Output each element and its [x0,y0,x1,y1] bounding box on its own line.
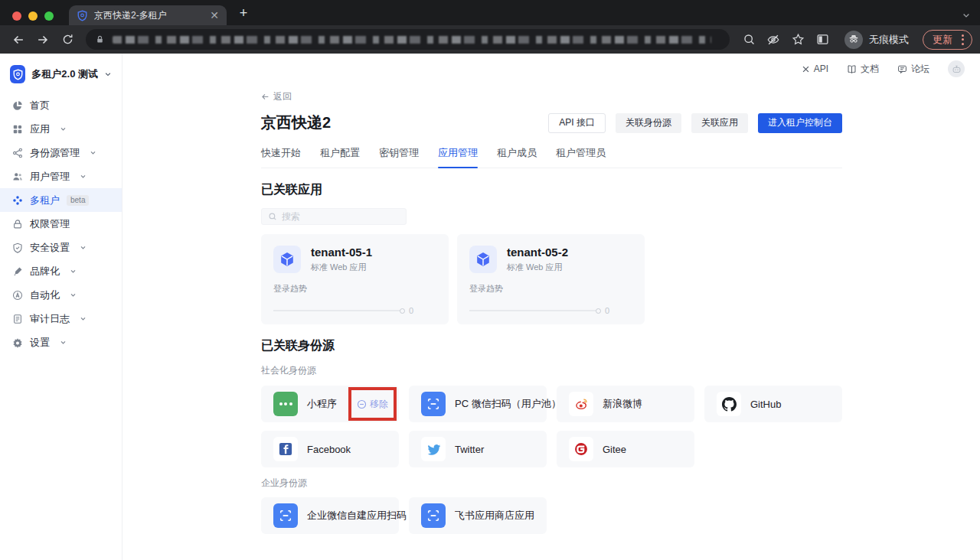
window-zoom-button[interactable] [44,11,54,21]
topbar-link-docs[interactable]: 文档 [847,63,879,76]
tab-租户配置[interactable]: 租户配置 [320,146,360,168]
sparkline-line [469,310,596,311]
idp-card[interactable]: Gitee [557,431,694,467]
idp-card[interactable]: 企业微信自建应用扫码 [261,497,399,534]
tab-密钥管理[interactable]: 密钥管理 [379,146,419,168]
sidebar-item-permissions[interactable]: 权限管理 [0,212,122,236]
social-idp-grid: 小程序移除PC 微信扫码（用户池）新浪微博GitHubFacebookTwitt… [261,386,842,467]
idp-card[interactable]: Facebook [261,431,399,467]
back-link[interactable]: 返回 [261,90,292,103]
browser-tab[interactable]: 京西快递2-多租户 ✕ [69,5,227,25]
idp-name: 企业微信自建应用扫码 [307,509,407,523]
workspace-name: 多租户2.0 测试 [31,67,98,81]
app-card[interactable]: tenant-05-1标准 Web 应用登录趋势0 [261,234,449,324]
forum-icon [897,64,907,74]
idp-name: Facebook [307,444,351,455]
facebook-icon [273,437,298,461]
browser-tabstrip: 京西快递2-多租户 ✕ + [0,0,980,25]
user-avatar[interactable] [948,60,965,77]
idp-card[interactable]: 新浪微博 [557,386,694,422]
log-icon [11,314,23,324]
sidebar-item-label: 身份源管理 [30,146,80,160]
sidebar-item-security[interactable]: 安全设置 [0,236,122,259]
chevron-down-icon [57,339,69,346]
tab-快速开始[interactable]: 快速开始 [261,146,301,168]
idp-name: Gitee [603,444,626,455]
shield-favicon-icon [77,10,88,21]
scan-icon [421,503,446,528]
chevron-down-icon [104,70,112,78]
sidebar-item-tenants[interactable]: 多租户beta [0,188,122,212]
sidebar-item-branding[interactable]: 品牌化 [0,259,122,283]
idp-name: 飞书应用商店应用 [455,509,534,523]
topbar-link-forum[interactable]: 论坛 [897,63,929,76]
enter-console-button[interactable]: 进入租户控制台 [758,113,842,133]
chrome-update-button[interactable]: 更新 [923,30,972,50]
brush-icon [11,266,23,277]
sidebar-item-audit[interactable]: 审计日志 [0,307,122,330]
tab-search-chevron-icon[interactable] [962,11,971,20]
app-type: 标准 Web 应用 [507,262,568,273]
window-controls [12,11,54,21]
idp-section-title: 已关联身份源 [261,338,842,354]
sidebar-item-home[interactable]: 首页 [0,93,122,117]
remove-idp-button[interactable]: 移除 [357,398,388,411]
sidebar-item-apps[interactable]: 应用 [0,117,122,141]
sidebar-item-idp[interactable]: 身份源管理 [0,141,122,164]
tab-close-icon[interactable]: ✕ [210,10,219,21]
app-type: 标准 Web 应用 [311,262,372,273]
topbar-link-api[interactable]: API [802,63,828,76]
remove-label: 移除 [370,398,388,411]
sidebar-item-label: 应用 [30,122,50,136]
idp-card[interactable]: Twitter [409,431,547,467]
app-search-input[interactable] [282,211,400,222]
login-trend-sparkline: 0 [469,306,632,315]
app-card[interactable]: tenant-05-2标准 Web 应用登录趋势0 [457,234,645,324]
page-actions: API 接口关联身份源关联应用进入租户控制台 [548,113,842,133]
link-idp-button[interactable]: 关联身份源 [616,113,681,133]
idp-card[interactable]: GitHub [704,386,842,422]
chevron-down-icon [67,291,79,298]
tab-租户管理员[interactable]: 租户管理员 [556,146,606,168]
incognito-icon [844,31,863,49]
api-endpoint-button[interactable]: API 接口 [548,113,606,133]
idp-card[interactable]: 飞书应用商店应用 [409,497,547,534]
idp-card[interactable]: PC 微信扫码（用户池） [409,386,547,422]
sidebar-item-users[interactable]: 用户管理 [0,164,122,188]
sidebar-item-label: 审计日志 [30,312,70,326]
app-search[interactable] [261,208,407,225]
login-trend-sparkline: 0 [273,306,436,315]
scan-icon [273,503,298,528]
chevron-down-icon [67,268,79,275]
new-tab-button[interactable]: + [234,3,253,23]
address-bar[interactable] [86,29,730,50]
idp-card[interactable]: 小程序移除 [261,386,399,422]
search-icon[interactable] [737,29,760,50]
window-minimize-button[interactable] [28,11,38,21]
sidebar-item-settings[interactable]: 设置 [0,330,122,354]
forward-icon[interactable] [32,29,54,50]
reload-icon[interactable] [57,29,78,50]
window-close-button[interactable] [12,11,21,21]
sidebar-item-label: 用户管理 [30,170,70,184]
sidebar-item-label: 品牌化 [30,265,60,278]
minus-circle-icon [357,399,367,409]
workspace-switcher[interactable]: 多租户2.0 测试 [0,65,122,83]
link-app-button[interactable]: 关联应用 [691,113,748,133]
bookmark-star-icon[interactable] [786,29,809,50]
tab-应用管理[interactable]: 应用管理 [438,146,478,168]
tab-租户成员[interactable]: 租户成员 [497,146,537,168]
incognito-label: 无痕模式 [869,33,909,47]
doc-icon [847,64,857,74]
chrome-menu-icon[interactable] [959,34,967,45]
back-icon[interactable] [8,29,29,50]
github-icon [717,392,741,416]
side-panel-icon[interactable] [811,29,834,50]
search-icon [268,212,277,221]
login-trend-label: 登录趋势 [273,283,436,295]
social-idp-label: 社会化身份源 [261,364,842,377]
miniprogram-icon [273,392,298,416]
sidebar-item-label: 设置 [30,336,50,350]
eye-off-icon[interactable] [762,29,785,50]
sidebar-item-automation[interactable]: 自动化 [0,283,122,307]
